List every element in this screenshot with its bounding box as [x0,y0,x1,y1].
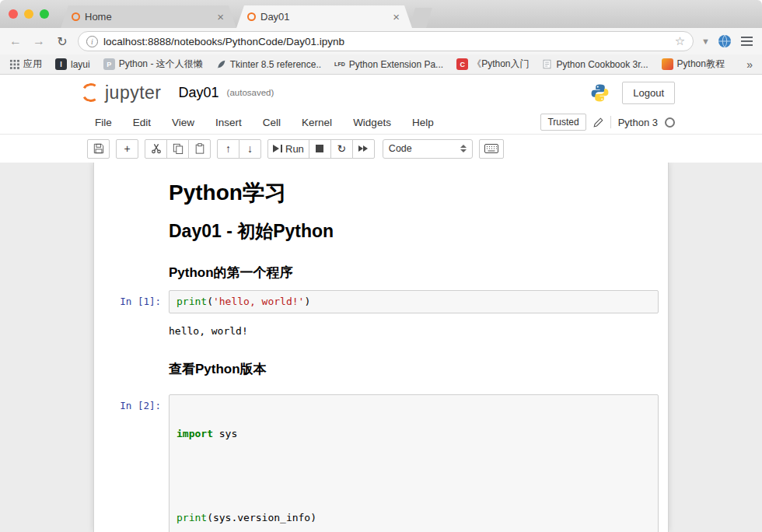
restart-run-all-button[interactable] [352,139,375,159]
window-controls [9,9,49,19]
bookmark-python-intro[interactable]: C 《Python入门 [456,58,529,71]
autosave-status: (autosaved) [227,88,274,97]
reload-icon[interactable]: ↻ [54,34,70,49]
back-icon[interactable]: ← [8,34,23,48]
bookmark-python-tutorial[interactable]: Python教程 [662,58,725,71]
notebook-scroll-area[interactable]: Python学习 Day01 - 初始Python Python的第一个程序 I… [0,163,762,532]
bookmark-label: Python - 这个人很懒 [119,58,203,71]
prompt-area [99,179,169,205]
tab-close-icon[interactable]: × [215,11,225,23]
markdown-cell-title[interactable]: Python学习 [94,174,668,210]
code-token: import [177,428,213,439]
markdown-cell-check-version[interactable]: 查看Python版本 [94,357,668,382]
tab-home[interactable]: Home × [61,5,236,28]
cell-type-select[interactable]: Code [383,139,473,159]
csdn-icon: C [456,58,468,70]
cut-cell-button[interactable] [145,139,167,159]
bookmark-label: layui [71,59,90,70]
tab-day01[interactable]: Day01 × [236,5,412,28]
code-cell-2[interactable]: In [2]: import sys print(sys.version_inf… [94,390,668,532]
markdown-cell-day01[interactable]: Day01 - 初始Python [94,216,668,246]
notebook-title[interactable]: Day01 [179,85,219,101]
heading-2: Day01 - 初始Python [169,221,659,241]
command-palette-button[interactable] [479,139,504,159]
book-icon [542,59,552,69]
menu-insert[interactable]: Insert [215,117,242,128]
url-bar[interactable]: i localhost:8888/notebooks/PythonCode/Da… [78,31,694,51]
input-prompt: In [2]: [99,394,169,532]
code-token: ( [207,296,213,307]
move-cell-down-button[interactable]: ↓ [239,139,261,159]
code-token: sys [213,428,237,439]
paste-cell-button[interactable] [188,139,211,159]
tutorial-icon [662,58,673,70]
play-icon [273,145,279,152]
bookmark-python-cookbook[interactable]: Python Cookbook 3r... [542,59,648,70]
jupyter-header: jupyter Day01 (autosaved) Logout [0,75,762,110]
move-cell-up-button[interactable]: ↑ [217,139,239,159]
run-label: Run [285,143,304,155]
close-window-button[interactable] [9,9,18,19]
tab-close-icon[interactable]: × [391,11,401,23]
python-logo-icon [590,83,610,103]
minimize-window-button[interactable] [24,9,33,19]
restart-kernel-button[interactable]: ↻ [330,139,353,159]
bookmarks-overflow-icon[interactable]: » [746,58,753,71]
jupyter-toolbar: + ↑ ↓ Run ↻ C [0,135,762,163]
output-text: hello, world! [168,321,664,341]
add-cell-button[interactable]: + [116,139,138,159]
code-editor[interactable]: print('hello, world!') [169,290,659,313]
copy-cell-button[interactable] [166,139,189,159]
bookmark-label: Python教程 [677,58,725,71]
lfd-icon: LFD [334,61,345,67]
feather-icon [216,59,226,69]
stop-icon [316,145,323,152]
save-button[interactable] [87,139,110,159]
browser-menu-icon[interactable] [739,35,754,47]
bookmark-label: Python Cookbook 3r... [556,59,648,70]
trusted-badge[interactable]: Trusted [540,114,585,131]
forward-icon[interactable]: → [31,34,47,48]
separator [610,116,611,128]
code-token: ) [304,296,310,307]
bookmark-python-profile[interactable]: P Python - 这个人很懒 [103,58,203,71]
menu-help[interactable]: Help [412,117,434,128]
run-cell-button[interactable]: Run [267,139,309,159]
code-editor[interactable]: import sys print(sys.version_info) print… [169,394,659,532]
bookmark-star-icon[interactable]: ☆ [675,34,685,48]
output-prompt [98,321,168,341]
globe-extension-icon[interactable] [718,34,732,48]
bookmark-label: 应用 [23,58,42,71]
menu-view[interactable]: View [172,117,194,128]
new-tab-button[interactable] [409,8,432,28]
bookmark-apps[interactable]: 应用 [9,58,42,71]
pencil-icon[interactable] [593,117,603,128]
logout-button[interactable]: Logout [622,82,675,104]
menu-edit[interactable]: Edit [133,117,151,128]
code-cell-1[interactable]: In [1]: print('hello, world!') [94,285,668,318]
bookmark-tkinter[interactable]: Tkinter 8.5 reference.. [216,59,321,70]
downloads-dropdown-icon[interactable]: ▼ [701,37,710,46]
bookmark-layui[interactable]: l layui [55,58,90,70]
page-info-icon[interactable]: i [86,36,98,47]
markdown-cell-first-program[interactable]: Python的第一个程序 [94,261,668,285]
menu-kernel[interactable]: Kernel [302,117,332,128]
tab-strip: Home × Day01 × [0,0,762,28]
bookmark-python-extension[interactable]: LFD Python Extension Pa... [334,59,443,70]
menu-widgets[interactable]: Widgets [353,117,391,128]
bookmark-label: 《Python入门 [472,58,529,71]
url-text[interactable]: localhost:8888/notebooks/PythonCode/Day0… [103,36,669,47]
output-area-1: hello, world! [94,318,668,345]
menu-file[interactable]: File [95,117,112,128]
kernel-status-icon [665,117,675,128]
interrupt-kernel-button[interactable] [309,139,331,159]
jupyter-logo[interactable]: jupyter [81,82,162,103]
play-bar-icon [281,145,282,152]
heading-3: 查看Python版本 [169,362,659,377]
zoom-window-button[interactable] [40,9,49,19]
menu-cell[interactable]: Cell [263,117,281,128]
code-token: print [177,512,207,523]
bookmarks-bar: 应用 l layui P Python - 这个人很懒 Tkinter 8.5 … [0,54,762,75]
tab-label: Home [85,11,211,23]
notebook-container: Python学习 Day01 - 初始Python Python的第一个程序 I… [93,163,669,532]
